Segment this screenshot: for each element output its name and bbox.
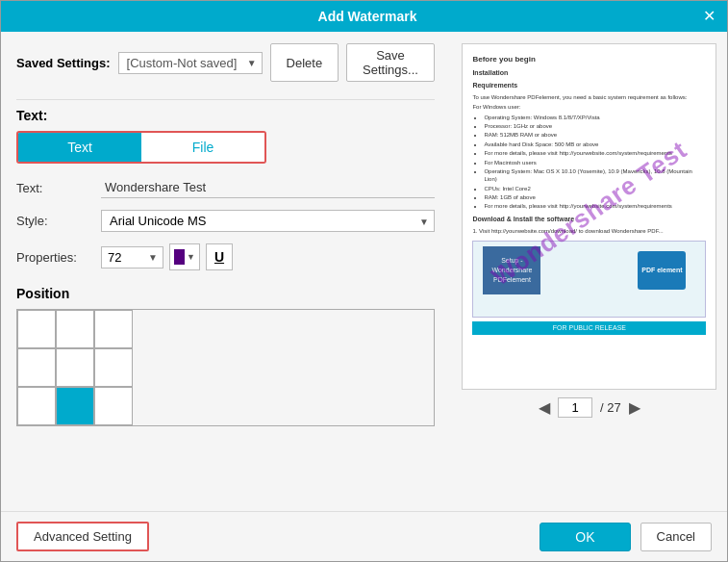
divider-1 — [16, 99, 435, 100]
preview-container: Before you begin Installation Requiremen… — [462, 43, 716, 390]
bullet-item-5: For more details, please visit http://yo… — [484, 149, 706, 157]
tab-group: Text File — [16, 131, 266, 164]
underline-icon: U — [214, 249, 224, 265]
properties-label: Properties: — [16, 250, 93, 265]
size-select-wrapper: 72 — [101, 246, 163, 268]
grid-cell-top-right[interactable] — [94, 310, 133, 348]
pdf-element-label: PDF element — [641, 266, 682, 275]
grid-cell-bot-right[interactable] — [94, 387, 133, 425]
setup-dialog-text: Setup - Wondershare PDFelement — [483, 256, 540, 284]
advanced-setting-button[interactable]: Advanced Setting — [16, 522, 149, 551]
style-label: Style: — [16, 214, 93, 228]
saved-settings-row: Saved Settings: [Custom-Not saved] Delet… — [16, 43, 435, 82]
bullet-item-4: Available hard Disk Space: 500 MB or abo… — [484, 140, 706, 148]
pdf-element-icon: PDF element — [638, 251, 686, 290]
prev-page-button[interactable]: ◀ — [539, 398, 550, 417]
ok-button[interactable]: OK — [540, 523, 630, 551]
page-total-label: / 27 — [600, 400, 621, 415]
add-watermark-dialog: Add Watermark ✕ Saved Settings: [Custom-… — [0, 0, 728, 562]
position-label: Position — [16, 286, 435, 301]
color-dropdown-icon: ▼ — [187, 252, 195, 262]
bullet-item-8: CPUs: Intel Core2 — [484, 185, 706, 192]
style-select[interactable]: Arial Unicode MS — [101, 210, 435, 232]
saved-settings-select-wrapper: [Custom-Not saved] — [118, 52, 263, 74]
pagination-row: ◀ / 27 ▶ — [539, 397, 640, 418]
preview-requirements: Requirements — [472, 81, 706, 90]
next-page-button[interactable]: ▶ — [629, 398, 640, 417]
footer: Advanced Setting OK Cancel — [1, 511, 727, 561]
preview-inner: Before you begin Installation Requiremen… — [463, 44, 715, 389]
preview-title: Before you begin — [472, 54, 706, 64]
saved-settings-label: Saved Settings: — [16, 56, 111, 70]
grid-cell-mid-center[interactable] — [56, 348, 94, 387]
size-select[interactable]: 72 — [101, 246, 163, 268]
cancel-button[interactable]: Cancel — [640, 523, 712, 551]
bullet-item-9: RAM: 1GB of above — [484, 193, 706, 201]
color-swatch — [174, 249, 185, 265]
text-section-label: Text: — [16, 108, 435, 123]
bullet-item-6: For Macintosh users — [484, 159, 706, 166]
position-grid — [16, 309, 435, 426]
grid-cell-top-left[interactable] — [17, 310, 56, 348]
tab-text-button[interactable]: Text — [18, 133, 141, 162]
text-input[interactable] — [101, 177, 435, 198]
text-input-row: Text: — [16, 177, 435, 198]
grid-cell-bot-center[interactable] — [56, 387, 94, 425]
color-picker-button[interactable]: ▼ — [169, 243, 200, 270]
properties-controls: 72 ▼ U — [101, 243, 233, 270]
delete-button[interactable]: Delete — [270, 43, 339, 82]
preview-bullet-list: Operating System: Windows 8.1/8/7/XP/Vis… — [472, 114, 706, 211]
preview-download-section: Download & Install the software — [472, 215, 706, 224]
bullet-item-3: RAM: 512MB RAM or above — [484, 131, 706, 139]
underline-button[interactable]: U — [206, 243, 233, 270]
dialog-title: Add Watermark — [32, 9, 703, 24]
saved-settings-select[interactable]: [Custom-Not saved] — [118, 52, 263, 74]
preview-body-text-2: For Windows user: — [472, 103, 706, 111]
text-field-label: Text: — [16, 181, 93, 195]
grid-cell-mid-left[interactable] — [17, 348, 56, 387]
saved-settings-buttons: Delete Save Settings... — [270, 43, 435, 82]
preview-body-text-1: To use Wondershare PDFelement, you need … — [472, 93, 706, 101]
footer-action-buttons: OK Cancel — [540, 523, 712, 551]
grid-cell-bot-left[interactable] — [17, 387, 56, 425]
style-select-wrapper: Arial Unicode MS — [101, 210, 435, 232]
bullet-item-10: For more details, please visit http://yo… — [484, 202, 706, 210]
setup-dialog-icon: Setup - Wondershare PDFelement — [483, 246, 540, 294]
right-panel: Before you begin Installation Requiremen… — [450, 32, 727, 511]
preview-image: Setup - Wondershare PDFelement PDF eleme… — [472, 241, 706, 318]
close-button[interactable]: ✕ — [703, 9, 715, 24]
bullet-item-2: Processor: 1GHz or above — [484, 122, 706, 130]
titlebar: Add Watermark ✕ — [1, 1, 727, 32]
bullet-item-7: Operating System: Mac OS X 10.10 (Yosemi… — [484, 167, 706, 184]
grid-cell-mid-right[interactable] — [94, 348, 133, 387]
page-number-input[interactable] — [558, 397, 592, 418]
save-settings-button[interactable]: Save Settings... — [346, 43, 435, 82]
content-area: Saved Settings: [Custom-Not saved] Delet… — [1, 32, 727, 511]
preview-download-text: 1. Visit http://yourwebsite.com/download… — [472, 227, 706, 235]
grid-cell-top-center[interactable] — [56, 310, 94, 348]
tab-file-button[interactable]: File — [141, 133, 264, 162]
preview-footer: FOR PUBLIC RELEASE — [472, 321, 706, 335]
preview-installation: Installation — [472, 68, 706, 78]
bullet-item-1: Operating System: Windows 8.1/8/7/XP/Vis… — [484, 114, 706, 121]
left-panel: Saved Settings: [Custom-Not saved] Delet… — [1, 32, 450, 511]
properties-row: Properties: 72 ▼ U — [16, 243, 435, 270]
style-row: Style: Arial Unicode MS — [16, 210, 435, 232]
